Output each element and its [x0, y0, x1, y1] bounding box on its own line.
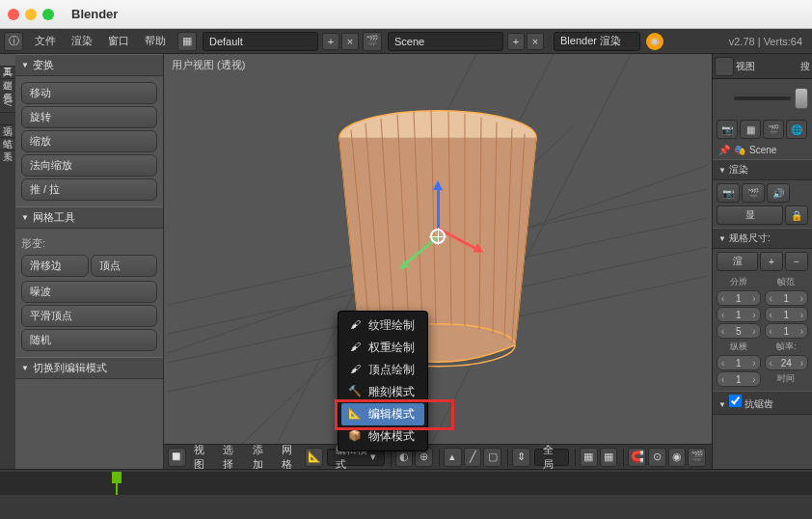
prop-world-icon[interactable]: 🌐: [786, 120, 807, 139]
outliner-editor-icon[interactable]: [715, 57, 734, 76]
translate-button[interactable]: 移动: [21, 82, 157, 104]
aspect-y[interactable]: 1: [717, 371, 761, 387]
layout-selector[interactable]: Default: [203, 32, 318, 51]
vp-menu-select[interactable]: 选择: [217, 443, 246, 470]
vtab-grease[interactable]: 蜡笔: [0, 125, 15, 138]
render-engine-selector[interactable]: Blender 渲染: [554, 32, 640, 51]
scene-remove-button[interactable]: ×: [527, 33, 544, 50]
meshtools-panel-header[interactable]: 网格工具: [15, 206, 163, 229]
face-select-icon[interactable]: ▢: [483, 448, 501, 467]
pin-icon[interactable]: 📌: [718, 145, 730, 155]
3d-viewport[interactable]: 用户视图 (透视): [164, 54, 712, 469]
frame-step[interactable]: 1: [765, 323, 809, 339]
preset-dropdown[interactable]: 渲: [717, 252, 758, 271]
layout-remove-button[interactable]: ×: [341, 33, 359, 50]
randomize-button[interactable]: 随机: [21, 329, 157, 351]
brush-icon: 🖌: [347, 363, 363, 378]
edge-slide-button[interactable]: 滑移边: [21, 255, 89, 277]
transform-panel-header[interactable]: 变换: [15, 54, 163, 76]
timeline-playhead[interactable]: [116, 472, 118, 495]
maximize-button[interactable]: [42, 9, 54, 20]
app-title: Blender: [71, 7, 118, 21]
menu-window[interactable]: 窗口: [100, 34, 137, 48]
vp-menu-view[interactable]: 视图: [188, 443, 217, 470]
minimize-button[interactable]: [25, 9, 37, 20]
close-button[interactable]: [8, 9, 19, 20]
layout-add-button[interactable]: +: [322, 33, 339, 50]
layout-icon[interactable]: ▦: [177, 32, 197, 51]
noise-button[interactable]: 噪波: [21, 281, 157, 303]
scene-selector[interactable]: Scene: [388, 32, 503, 51]
frame-end[interactable]: 1: [765, 307, 809, 322]
mode-sculpt[interactable]: 🔨雕刻模式: [341, 381, 424, 403]
mode-icon[interactable]: 📐: [305, 448, 323, 467]
frame-start[interactable]: 1: [765, 290, 809, 306]
render-preview-icon[interactable]: 🎬: [688, 448, 706, 467]
smooth-vertex-button[interactable]: 平滑顶点: [21, 305, 157, 327]
edge-select-icon[interactable]: ╱: [464, 448, 482, 467]
timeline-track[interactable]: [0, 472, 812, 495]
menu-file[interactable]: 文件: [27, 34, 64, 48]
preset-remove[interactable]: −: [785, 252, 808, 271]
preset-add[interactable]: +: [760, 252, 783, 271]
viewport-title: 用户视图 (透视): [172, 58, 245, 72]
brush-icon: 🖌: [347, 318, 363, 334]
scene-icon[interactable]: 🎬: [363, 32, 382, 51]
blender-logo-icon: ◉: [646, 33, 663, 50]
scale-button[interactable]: 缩放: [21, 130, 157, 152]
render-still-button[interactable]: 📷: [717, 183, 740, 203]
res-y[interactable]: 1: [717, 307, 761, 322]
vp-menu-mesh[interactable]: 网格: [276, 443, 305, 470]
editor-type-icon[interactable]: ⓘ: [4, 32, 23, 51]
aspect-x[interactable]: 1: [717, 355, 761, 370]
vertex-button[interactable]: 顶点: [91, 255, 158, 277]
mode-edit[interactable]: 📐编辑模式: [341, 403, 424, 425]
gizmo-z-axis[interactable]: [437, 183, 440, 232]
snap-icon[interactable]: 🧲: [628, 448, 646, 467]
mode-object[interactable]: 📦物体模式: [341, 425, 424, 448]
aa-panel-header[interactable]: 抗锯齿: [713, 391, 812, 415]
scene-add-button[interactable]: +: [507, 33, 525, 50]
orientation-dropdown[interactable]: 全局: [534, 449, 569, 466]
menu-help[interactable]: 帮助: [137, 34, 174, 48]
switch-mode-panel-header[interactable]: 切换到编辑模式: [15, 357, 163, 379]
menu-render[interactable]: 渲染: [64, 34, 100, 48]
frame-label: 帧范: [765, 276, 809, 288]
vtab-tools[interactable]: 工具: [0, 54, 15, 67]
res-x[interactable]: 1: [717, 290, 761, 306]
vtab-options[interactable]: 选项: [0, 113, 15, 125]
render-anim-button[interactable]: 🎬: [742, 183, 765, 203]
res-pct[interactable]: 5: [717, 323, 761, 339]
prop-scene-icon[interactable]: 🎬: [763, 120, 784, 139]
vtab-relations[interactable]: 关系: [0, 138, 15, 150]
mode-weight-paint[interactable]: 🖌权重绘制: [341, 337, 424, 359]
prop-render-icon[interactable]: 📷: [717, 120, 738, 139]
manipulator-icon[interactable]: ⇕: [512, 448, 530, 467]
vtab-shading[interactable]: 着色 / UV: [0, 79, 15, 113]
mode-vertex-paint[interactable]: 🖌顶点绘制: [341, 359, 424, 381]
dimensions-panel-header[interactable]: 规格尺寸:: [713, 228, 812, 249]
timeline-editor[interactable]: [0, 469, 812, 517]
layers-icon[interactable]: ▦: [580, 448, 598, 467]
push-pull-button[interactable]: 推 / 拉: [21, 178, 157, 201]
search-label[interactable]: 搜: [800, 60, 810, 73]
mode-texture-paint[interactable]: 🖌纹理绘制: [341, 314, 424, 337]
aa-checkbox[interactable]: [729, 395, 742, 407]
render-audio-button[interactable]: 🔊: [767, 183, 790, 203]
display-mode[interactable]: 显: [717, 205, 783, 225]
vertex-select-icon[interactable]: ▴: [444, 448, 462, 467]
normal-scale-button[interactable]: 法向缩放: [21, 154, 157, 177]
editor-type-icon[interactable]: 🔲: [168, 448, 186, 467]
rotate-button[interactable]: 旋转: [21, 106, 157, 128]
render-panel-header[interactable]: 渲染: [713, 159, 812, 180]
layers-icon[interactable]: ▦: [600, 448, 618, 467]
lock-icon[interactable]: 🔒: [785, 205, 808, 225]
fps-field[interactable]: 24: [765, 355, 809, 370]
vp-menu-add[interactable]: 添加: [247, 443, 276, 470]
vtab-create[interactable]: 创建: [0, 67, 15, 79]
prop-layers-icon[interactable]: ▦: [740, 120, 761, 139]
prop-edit-icon[interactable]: ◉: [668, 448, 687, 467]
snap-target-icon[interactable]: ⊙: [648, 448, 666, 467]
scroll-slider[interactable]: [713, 79, 812, 118]
gizmo-center[interactable]: [430, 229, 446, 244]
